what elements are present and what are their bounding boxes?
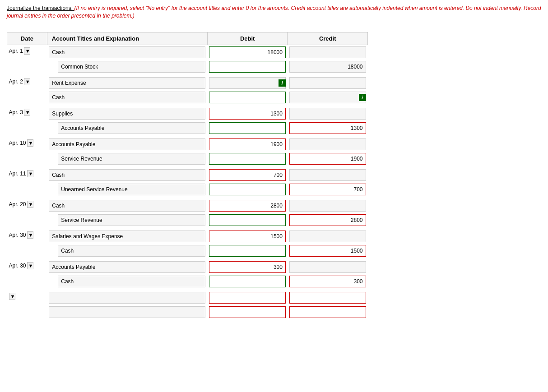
account-input[interactable] (49, 77, 205, 89)
debit-input[interactable] (209, 61, 286, 73)
debit-input[interactable] (209, 261, 286, 273)
credit-cell (288, 137, 368, 152)
account-input[interactable] (49, 138, 205, 150)
account-input[interactable] (49, 46, 205, 58)
account-input[interactable] (49, 231, 205, 242)
credit-input[interactable] (289, 108, 366, 120)
credit-cell (288, 305, 368, 319)
credit-input[interactable] (289, 184, 366, 195)
credit-input[interactable] (289, 153, 366, 165)
debit-input[interactable] (209, 153, 286, 165)
date-dropdown[interactable]: ▼ (27, 201, 33, 208)
debit-info-button[interactable]: i (279, 79, 286, 87)
credit-cell (288, 182, 368, 197)
credit-input[interactable] (289, 231, 366, 242)
credit-input[interactable] (289, 214, 366, 226)
credit-input[interactable] (289, 306, 366, 318)
debit-input[interactable] (209, 231, 286, 242)
credit-input[interactable] (289, 169, 366, 181)
account-cell (47, 90, 207, 105)
credit-input[interactable] (289, 122, 366, 134)
debit-input[interactable] (209, 46, 286, 58)
account-input[interactable] (49, 261, 205, 273)
debit-input[interactable] (209, 306, 286, 318)
account-input[interactable] (49, 169, 205, 181)
account-input[interactable] (49, 200, 205, 212)
credit-input[interactable] (289, 61, 366, 73)
debit-input[interactable] (209, 77, 286, 89)
account-input[interactable] (58, 276, 205, 287)
debit-cell (207, 260, 288, 274)
credit-cell: i (288, 90, 368, 105)
account-cell (47, 244, 207, 258)
credit-cell (288, 121, 368, 135)
credit-input[interactable] (289, 292, 366, 304)
credit-input[interactable] (289, 276, 366, 287)
date-label: Apr. 2 (9, 78, 23, 85)
credit-input[interactable] (289, 138, 366, 150)
debit-cell (207, 291, 288, 305)
account-cell (47, 198, 207, 213)
account-cell (47, 152, 207, 166)
debit-input[interactable] (209, 184, 286, 195)
account-input[interactable] (58, 214, 205, 226)
account-input[interactable] (58, 245, 205, 257)
credit-input[interactable] (289, 77, 366, 89)
debit-input[interactable] (209, 138, 286, 150)
debit-input[interactable] (209, 292, 286, 304)
date-label: Apr. 30 (9, 232, 26, 238)
credit-cell (288, 168, 368, 182)
date-dropdown[interactable]: ▼ (27, 231, 33, 239)
debit-input[interactable] (209, 92, 286, 103)
date-dropdown[interactable]: ▼ (27, 139, 33, 147)
date-dropdown[interactable]: ▼ (27, 170, 33, 177)
debit-cell (207, 45, 288, 60)
account-input[interactable] (49, 92, 205, 103)
debit-cell (207, 60, 288, 74)
debit-input[interactable] (209, 122, 286, 134)
credit-input[interactable] (289, 200, 366, 212)
date-dropdown[interactable]: ▼ (24, 78, 30, 85)
account-input[interactable] (58, 153, 205, 165)
date-wrapper: Apr. 30▼ (9, 262, 46, 269)
credit-input[interactable] (289, 245, 366, 257)
table-header: Date Account Titles and Explanation Debi… (7, 32, 368, 45)
date-wrapper: Apr. 11▼ (9, 170, 46, 177)
credit-input[interactable] (289, 261, 366, 273)
debit-cell (207, 274, 288, 289)
account-cell (47, 60, 207, 74)
account-input[interactable] (49, 306, 205, 318)
debit-input[interactable] (209, 214, 286, 226)
table-row: i (7, 90, 368, 105)
account-input[interactable] (58, 122, 205, 134)
date-dropdown[interactable]: ▼ (24, 109, 30, 116)
table-row (7, 152, 368, 166)
account-input[interactable] (58, 184, 205, 195)
date-cell: Apr. 10▼ (7, 137, 47, 152)
table-row (7, 305, 368, 319)
table-row: Apr. 30▼ (7, 260, 368, 274)
date-dropdown[interactable]: ▼ (27, 262, 33, 269)
debit-input[interactable] (209, 200, 286, 212)
date-cell: Apr. 3▼ (7, 106, 47, 121)
credit-input[interactable] (289, 92, 366, 103)
debit-input[interactable] (209, 108, 286, 120)
account-input[interactable] (49, 108, 205, 120)
debit-input[interactable] (209, 276, 286, 287)
date-cell (7, 152, 47, 166)
credit-cell (288, 213, 368, 227)
date-dropdown[interactable]: ▼ (9, 293, 15, 300)
credit-info-button[interactable]: i (359, 94, 366, 101)
credit-input[interactable] (289, 46, 366, 58)
date-dropdown[interactable]: ▼ (24, 47, 30, 55)
account-input[interactable] (49, 292, 205, 304)
account-cell (47, 213, 207, 227)
date-wrapper: Apr. 3▼ (9, 109, 46, 116)
date-wrapper: Apr. 20▼ (9, 201, 46, 208)
credit-cell (288, 198, 368, 213)
debit-cell (207, 305, 288, 319)
account-input[interactable] (58, 61, 205, 73)
debit-input[interactable] (209, 245, 286, 257)
account-cell (47, 274, 207, 289)
debit-input[interactable] (209, 169, 286, 181)
